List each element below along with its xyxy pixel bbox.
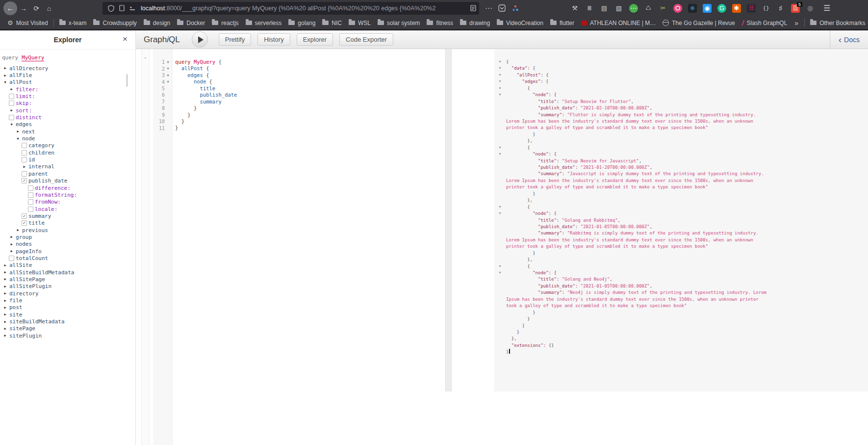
- permissions-icon[interactable]: [127, 5, 138, 11]
- explorer-scrollbar[interactable]: [126, 74, 128, 87]
- bookmark-item[interactable]: flutter: [547, 18, 578, 28]
- fold-arrow-icon[interactable]: ▼: [498, 152, 502, 156]
- field-checkbox[interactable]: [8, 101, 15, 106]
- explorer-tree-item[interactable]: limit:: [1, 93, 135, 100]
- explorer-tree-item[interactable]: ▶sitePlugin: [1, 332, 135, 339]
- fold-arrow-icon[interactable]: ▼: [165, 80, 171, 84]
- explorer-tree-item[interactable]: ▶sort:: [1, 107, 135, 114]
- collapse-arrow-icon[interactable]: ▼: [2, 80, 8, 84]
- bookmark-item[interactable]: Crowdsupply: [90, 18, 140, 28]
- explorer-tree-item[interactable]: ▶internal: [1, 163, 135, 170]
- explorer-tree-item[interactable]: ▶next: [1, 128, 135, 135]
- fold-arrow-icon[interactable]: ▼: [498, 271, 502, 274]
- bookmark-item[interactable]: x-team: [56, 18, 90, 28]
- explorer-tree-item[interactable]: locale:: [1, 206, 135, 212]
- collapse-arrow-icon[interactable]: ▼: [15, 137, 21, 141]
- execute-query-button[interactable]: [192, 31, 208, 48]
- editor-scrollbar[interactable]: ⌃: [141, 49, 150, 445]
- operation-name-row[interactable]: queryMyQuery: [2, 54, 135, 61]
- expand-arrow-icon[interactable]: ▶: [2, 299, 8, 303]
- expand-arrow-icon[interactable]: ▶: [15, 228, 21, 232]
- reader-mode-icon[interactable]: [470, 5, 476, 11]
- explorer-tree-item[interactable]: parent: [1, 170, 135, 177]
- fold-arrow-icon[interactable]: ▼: [498, 264, 502, 268]
- onetab-icon[interactable]: O: [673, 4, 682, 13]
- wrench-icon[interactable]: ⚒: [570, 4, 579, 13]
- fold-arrow-icon[interactable]: ▼: [498, 66, 502, 70]
- fold-arrow-icon[interactable]: ▼: [498, 79, 502, 83]
- field-checkbox-checked[interactable]: ✓: [21, 220, 27, 226]
- field-checkbox[interactable]: [8, 256, 15, 261]
- library-icon[interactable]: Ⅲ: [585, 4, 594, 13]
- explorer-tree-item[interactable]: ▶allSitePlugin: [1, 283, 135, 290]
- expand-arrow-icon[interactable]: ▶: [2, 334, 8, 338]
- other-bookmarks[interactable]: Other Bookmarks: [807, 18, 868, 28]
- explorer-tree-item[interactable]: id: [1, 156, 135, 163]
- bookmark-item[interactable]: drawing: [457, 18, 493, 28]
- expand-arrow-icon[interactable]: ▶: [2, 285, 8, 288]
- operation-name-input[interactable]: MyQuery: [22, 54, 44, 61]
- explorer-tree-item[interactable]: ▶pageInfo: [1, 248, 135, 255]
- history-button[interactable]: History: [257, 33, 290, 46]
- explorer-tree-item[interactable]: category: [1, 142, 135, 149]
- explorer-tree-item[interactable]: ▶group: [1, 234, 135, 240]
- bookmark-item[interactable]: golang: [285, 18, 319, 28]
- url-bar[interactable]: localhost:8000/___graphql?query=query My…: [102, 2, 479, 15]
- fence-icon[interactable]: ♯: [776, 4, 785, 13]
- bookmark-item[interactable]: reactjs: [208, 18, 242, 28]
- expand-arrow-icon[interactable]: ▶: [2, 270, 8, 274]
- fold-arrow-icon[interactable]: ▼: [165, 60, 171, 64]
- expand-arrow-icon[interactable]: ▶: [2, 291, 8, 295]
- share-molecule-icon[interactable]: [511, 4, 519, 12]
- loop-icon[interactable]: ◎: [806, 4, 815, 13]
- fold-arrow-icon[interactable]: ▼: [498, 146, 502, 149]
- explorer-tree-item[interactable]: ▶sitePage: [1, 325, 135, 332]
- expand-arrow-icon[interactable]: ▶: [2, 320, 8, 324]
- pocket-icon[interactable]: [498, 4, 506, 12]
- explorer-tree-item[interactable]: ▶siteBuildMetadata: [1, 318, 135, 325]
- trash-extension-icon[interactable]: ♺: [644, 4, 653, 13]
- fold-arrow-icon[interactable]: ▼: [498, 86, 502, 90]
- bookmark-item[interactable]: ⚙Most Visited: [4, 18, 51, 28]
- expand-arrow-icon[interactable]: ▶: [21, 165, 27, 169]
- explorer-tree-item[interactable]: ▶allFile: [1, 72, 135, 79]
- explorer-tree-item[interactable]: ▶post: [1, 304, 135, 311]
- bookmark-item[interactable]: VideoCreation: [493, 18, 547, 28]
- expand-arrow-icon[interactable]: ▶: [8, 87, 15, 91]
- field-checkbox[interactable]: [21, 143, 27, 148]
- expand-arrow-icon[interactable]: ▶: [8, 249, 15, 253]
- docs-link[interactable]: ‹ Docs: [830, 30, 868, 49]
- field-checkbox[interactable]: [27, 192, 34, 198]
- json-formatter-icon[interactable]: {}: [762, 4, 770, 13]
- react-devtools-icon[interactable]: ⚛: [688, 4, 697, 13]
- back-button[interactable]: ←: [3, 1, 17, 15]
- todoist-icon[interactable]: ☰5: [791, 4, 800, 13]
- expand-arrow-icon[interactable]: ▶: [2, 327, 8, 331]
- bookmark-item[interactable]: WSL: [345, 18, 374, 28]
- reload-button[interactable]: ⟳: [30, 4, 43, 12]
- explorer-tree-item[interactable]: ▶filter:: [1, 86, 135, 93]
- menu-icon[interactable]: ☰: [823, 3, 830, 13]
- bookmark-item[interactable]: serverless: [242, 18, 285, 28]
- explorer-tree-item[interactable]: ▶allSitePage: [1, 276, 135, 283]
- field-checkbox[interactable]: [21, 157, 27, 162]
- close-icon[interactable]: ×: [123, 34, 128, 44]
- sidebar-icon[interactable]: ▤: [600, 4, 609, 13]
- explorer-tree-item[interactable]: ▶allSite: [1, 262, 135, 269]
- expand-arrow-icon[interactable]: ▶: [8, 235, 15, 239]
- explorer-tree-item[interactable]: ▶allSiteBuildMetadata: [1, 269, 135, 276]
- explorer-tree-item[interactable]: distinct: [1, 114, 135, 121]
- explorer-tree-item[interactable]: skip:: [1, 100, 135, 107]
- camera-icon[interactable]: ◉: [703, 4, 712, 13]
- settings-extension-icon[interactable]: ✱: [732, 4, 741, 13]
- explorer-tree-item[interactable]: ▶allDirectory: [1, 65, 135, 72]
- explorer-tree-item[interactable]: ✓title: [1, 220, 135, 227]
- fold-arrow-icon[interactable]: ▼: [498, 93, 502, 96]
- collapse-arrow-icon[interactable]: ▼: [8, 123, 15, 127]
- expand-arrow-icon[interactable]: ▶: [2, 263, 8, 267]
- tabs-icon[interactable]: ▧: [614, 4, 623, 13]
- prettify-button[interactable]: Prettify: [219, 33, 251, 46]
- scissors-icon[interactable]: ✂: [659, 4, 667, 13]
- explorer-tree-item[interactable]: totalCount: [1, 255, 135, 262]
- bookmark-item[interactable]: /Slash GraphQL: [739, 18, 791, 28]
